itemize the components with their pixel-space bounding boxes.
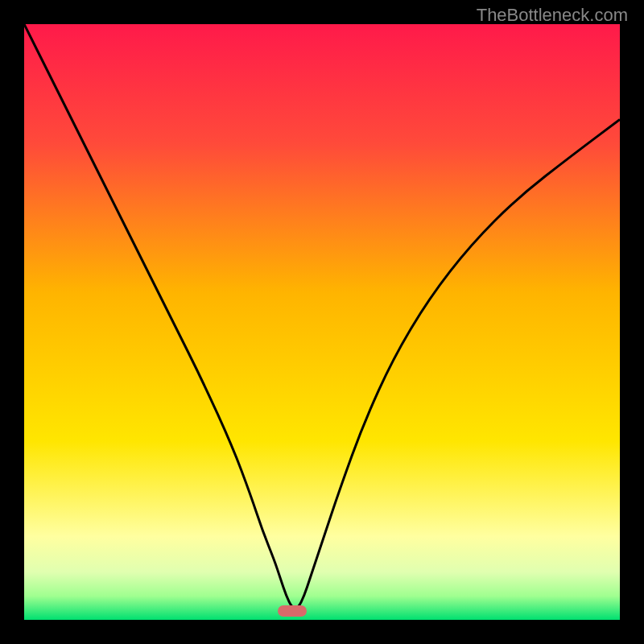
watermark-text: TheBottleneck.com [477, 5, 628, 26]
plot-area [24, 24, 620, 620]
bottleneck-curve [24, 24, 620, 608]
optimal-marker [278, 605, 307, 617]
curve-svg [24, 24, 620, 620]
